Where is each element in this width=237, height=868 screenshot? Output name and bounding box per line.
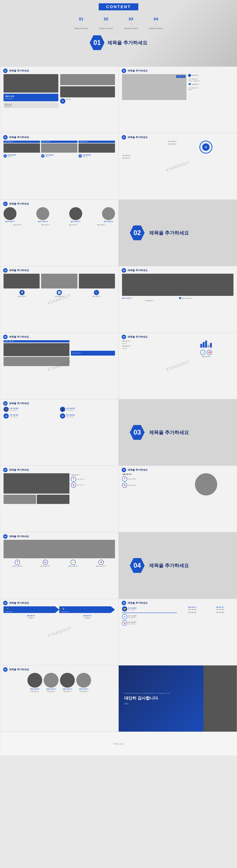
box-10: 설명 내용 추가 — [71, 351, 115, 355]
row-8: 03 제목을 추가하세요 서울 내용 추가 📍 서울 내용 입력 — [0, 466, 237, 532]
arrow-bar-2: 🔒 설명 내용 추가 — [59, 606, 111, 613]
slide-14-title: 제목을 추가하세요 — [9, 468, 29, 472]
row-5: 02 제목을 추가하세요 💡 설명 내용 추가 📊 설명 내용 추가 — [0, 266, 237, 333]
icon-row-1: 💼 세부 내용 항목 세부 내용 입력 — [3, 407, 58, 412]
ci-20c — [60, 673, 75, 688]
img-14 — [3, 473, 70, 494]
icon-row-4: ⚙ 세부 내용 항목 세부 내용 입력 — [60, 413, 115, 418]
tag-1: 서울 내용 추가 — [3, 141, 40, 143]
arrow-bar-1: 📷 설명 내용 추가 — [3, 606, 55, 613]
row-10: 04 제목을 추가하세요 📷 설명 내용 추가 🔒 설명 — [0, 599, 237, 665]
slide-6-num: 01 — [3, 202, 7, 206]
section-num-02: 02 — [130, 225, 144, 240]
ci-20b — [44, 673, 58, 688]
circle-item-1: 갤러리 내용 추가 — [3, 207, 17, 222]
section-title-01: 제목을 추가하세요 — [107, 39, 147, 46]
icon-15a: 📍 — [122, 476, 127, 482]
slide-4: 01 제목을 추가하세요 서울 내용 추가 서울 내용 추가 서울 내용 추가 — [0, 133, 119, 199]
row-2: 01 제목을 추가하세요 콘텐츠 제목 내용 내용 추가 콘텐츠 제목내용 내용… — [0, 66, 237, 133]
circle-item-3: 갤러리 내용 추가 — [69, 207, 82, 222]
img-4c — [79, 144, 115, 153]
img-laptop: 부제목 추가 — [122, 74, 186, 100]
slide-9-title: 제목을 추가하세요 — [128, 269, 148, 272]
slide-12-title: 제목을 추가하세요 — [9, 402, 29, 405]
ci-20d — [76, 673, 91, 688]
badge-subtitle: 부제목 추가 — [176, 75, 185, 78]
slide-2: 01 제목을 추가하세요 콘텐츠 제목 내용 내용 추가 콘텐츠 제목내용 내용… — [0, 66, 119, 133]
diamond-icon — [188, 73, 191, 77]
slide-12-num: 02 — [3, 401, 7, 406]
slide-10-title: 제목을 추가하세요 — [9, 335, 29, 339]
cover-row: CONTENT 01 제목을 추가하세요 02 제목을 추가하세요 03 제목을… — [0, 0, 237, 66]
slide-8-num: 02 — [3, 268, 7, 273]
slide-12: 02 제목을 추가하세요 💼 세부 내용 항목 세부 내용 입력 📱 세부 내용… — [0, 399, 119, 466]
slide-8-header: 02 제목을 추가하세요 — [0, 266, 118, 274]
section-num-01: 01 — [89, 35, 104, 50]
tag-2: 서울 내용 추가 — [41, 141, 78, 143]
slide-8: 02 제목을 추가하세요 💡 설명 내용 추가 📊 설명 내용 추가 — [0, 266, 119, 333]
slide-10: 02 제목을 추가하세요 갤러리 내용 추가 설명 내용 추가 XTAKEOUT — [0, 333, 119, 399]
icon-target: 🎯 — [207, 350, 212, 355]
img-14b — [3, 495, 36, 504]
watermark-11: XTAKEOUT — [165, 360, 190, 373]
circle-20c: 콘텐츠 내용 추가 내용 설명 추가 — [60, 673, 75, 692]
ci-img-4 — [102, 207, 115, 220]
slide-19-num: 04 — [122, 601, 126, 605]
section-num-04: 04 — [130, 558, 144, 573]
row-11: 04 제목을 추가하세요 콘텐츠 내용 추가 내용 설명 추가 콘텐츠 내용 추… — [0, 665, 237, 732]
circle-item-4: 갤러리 내용 추가 — [102, 207, 115, 222]
slide-16-header: 03 제목을 추가하세요 — [0, 532, 118, 540]
bar-5 — [210, 343, 212, 348]
toc-item-3: 03 제목을 추가하세요 — [124, 17, 138, 30]
img-8c — [79, 274, 115, 288]
slide-9-num: 02 — [122, 268, 126, 273]
watermark-18: XTAKEOUT — [47, 625, 72, 639]
img-hand — [60, 86, 115, 97]
bar-2 — [203, 342, 205, 348]
bar-4 — [208, 345, 209, 348]
slide-last: 저작권 공고 — [0, 732, 237, 756]
slide-2-header: 01 제목을 추가하세요 — [0, 67, 118, 74]
tag-3: 서울 내용 추가 — [79, 141, 115, 143]
icon-8b: 📊 — [57, 290, 62, 295]
arrow-1 — [55, 606, 59, 613]
slide-2-num: 01 — [3, 68, 7, 73]
bar-1 — [200, 344, 202, 348]
img-10a — [3, 343, 70, 356]
img-4a — [3, 144, 40, 153]
slide-19: 04 제목을 추가하세요 🤝 세부 내용 항목 세부 내용 입력 ⚙ — [119, 599, 237, 665]
slide-20: 04 제목을 추가하세요 콘텐츠 내용 추가 내용 설명 추가 콘텐츠 내용 추… — [0, 665, 119, 732]
slide-11: 02 제목을 추가하세요 전달 내용 추가 내용 설명 전달 내용 추가 내용 … — [119, 333, 237, 399]
toc-item-2: 02 제목을 추가하세요 — [99, 17, 113, 30]
row-12: 저작권 공고 — [0, 732, 237, 756]
slide-20-num: 04 — [3, 667, 7, 672]
slide-3-num: 01 — [122, 68, 126, 73]
tri-9 — [179, 297, 182, 300]
slide-11-num: 02 — [122, 335, 126, 339]
icon-8a: 💡 — [20, 290, 25, 295]
ci-img-1 — [3, 207, 17, 220]
slide-16-num: 03 — [3, 534, 7, 539]
slide-10-num: 02 — [3, 335, 7, 339]
slide-18-header: 04 제목을 추가하세요 — [0, 599, 118, 606]
slide-18: 04 제목을 추가하세요 📷 설명 내용 추가 🔒 설명 — [0, 599, 119, 665]
slide-3-header: 01 제목을 추가하세요 — [119, 67, 237, 74]
slide-20-header: 04 제목을 추가하세요 — [0, 665, 118, 673]
icon-1: ⚙ — [60, 98, 65, 104]
toc-item-1: 01 제목을 추가하세요 — [74, 17, 88, 30]
section-title-03: 제목을 추가하세요 — [149, 429, 189, 436]
slide-15-header: 03 제목을 추가하세요 — [119, 466, 237, 473]
circle-item-2: 갤러리 내용 추가 — [36, 207, 49, 222]
ci-20a — [27, 673, 42, 688]
slide-15: 03 제목을 추가하세요 서울 내용 추가 📍 서울 내용 입력 🔖 서울 내용… — [119, 466, 237, 532]
slide-4-title: 제목을 추가하세요 — [9, 136, 29, 139]
slide-5-title: 제목을 추가하세요 — [128, 136, 148, 139]
icon-16b: 🔖 — [43, 560, 48, 565]
slide-2-title: 제목을 추가하세요 — [9, 69, 29, 72]
row-7: 02 제목을 추가하세요 💼 세부 내용 항목 세부 내용 입력 📱 세부 내용… — [0, 399, 237, 466]
slide-18-num: 04 — [3, 601, 7, 605]
slide-13: 03 제목을 추가하세요 — [119, 399, 237, 466]
center-circle: ⚙ — [200, 141, 212, 154]
slide-16-title: 제목을 추가하세요 — [9, 535, 29, 538]
slide-9-header: 02 제목을 추가하세요 — [119, 266, 237, 274]
